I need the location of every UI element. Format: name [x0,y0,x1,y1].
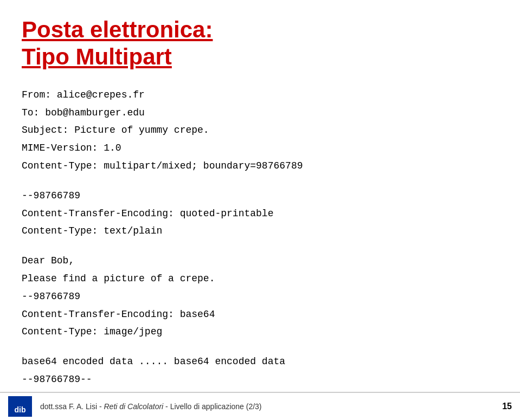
email-dear: Dear Bob, [22,253,498,269]
footer-course: Reti di Calcolatori [104,402,164,411]
email-boundary1: --98766789 [22,188,498,204]
email-content-type-plain: Content-Type: text/plain [22,223,498,239]
svg-text:dib: dib [15,405,26,414]
email-body: From: alice@crepes.fr To: bob@hamburger.… [22,87,498,387]
email-from: From: alice@crepes.fr [22,87,498,103]
email-mime-version: MIME-Version: 1.0 [22,140,498,156]
footer-level: - Livello di applicazione (2/3) [163,402,261,411]
title-line2: Tipo Multipart [22,44,172,69]
email-please: Please find a picture of a crepe. [22,271,498,287]
email-boundary-end: --98766789-- [22,372,498,387]
dib-logo: dib [8,396,32,417]
email-to: To: bob@hamburger.edu [22,105,498,121]
email-content-transfer-encoding-qp: Content-Transfer-Encoding: quoted-printa… [22,206,498,222]
page-title: Posta elettronica: Tipo Multipart [22,16,498,71]
main-content: Posta elettronica: Tipo Multipart From: … [0,0,520,420]
email-content-type-jpeg: Content-Type: image/jpeg [22,324,498,340]
email-boundary2: --98766789 [22,289,498,305]
title-line1: Posta elettronica: [22,17,213,42]
footer-text: dott.ssa F. A. Lisi - Reti di Calcolator… [40,402,502,411]
email-base64-line1: base64 encoded data ..... base64 encoded… [22,354,498,370]
email-content-transfer-encoding-b64: Content-Transfer-Encoding: base64 [22,307,498,322]
footer: dib dott.ssa F. A. Lisi - Reti di Calcol… [0,392,520,420]
footer-author: dott.ssa F. A. Lisi - [40,402,104,411]
footer-page-number: 15 [502,402,512,411]
email-content-type-mixed: Content-Type: multipart/mixed; boundary=… [22,158,498,174]
email-subject: Subject: Picture of yummy crepe. [22,122,498,138]
